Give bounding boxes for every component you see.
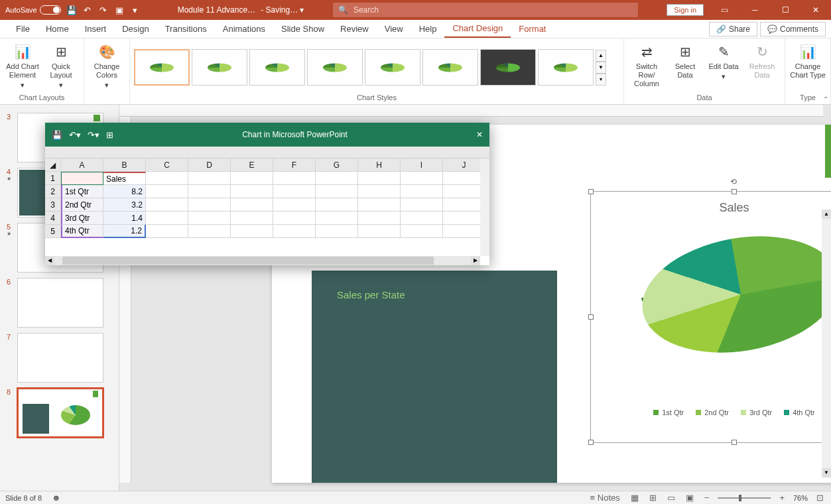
notes-button[interactable]: ≡ Notes — [588, 493, 622, 503]
resize-handle[interactable] — [588, 440, 594, 445]
ribbon-display-icon[interactable]: ▭ — [709, 0, 739, 20]
minimize-button[interactable]: ─ — [739, 0, 770, 20]
row-header[interactable]: 1 — [45, 172, 61, 185]
tab-home[interactable]: Home — [38, 20, 77, 38]
thumb-slide-8[interactable] — [17, 388, 103, 438]
chart-style-1[interactable] — [134, 49, 190, 86]
col-header[interactable]: D — [188, 158, 231, 172]
chart-style-7[interactable] — [480, 49, 536, 86]
pie-chart[interactable] — [615, 228, 831, 387]
cell-b4[interactable]: 1.4 — [103, 212, 146, 225]
dw-save-icon[interactable]: 💾 — [52, 130, 62, 140]
zoom-level[interactable]: 76% — [793, 494, 808, 502]
row-header[interactable]: 2 — [45, 185, 61, 198]
tab-help[interactable]: Help — [411, 20, 445, 38]
select-data-button[interactable]: ⊞ Select Data — [667, 41, 704, 80]
cell-a1[interactable] — [61, 172, 103, 185]
save-icon[interactable]: 💾 — [66, 5, 77, 15]
quick-layout-button[interactable]: ⊞ Quick Layout▾ — [42, 41, 80, 90]
qat-dropdown-icon[interactable]: ▾ — [130, 5, 141, 15]
close-button[interactable]: ✕ — [800, 0, 831, 20]
rotate-handle-icon[interactable]: ⟲ — [730, 177, 737, 186]
col-header[interactable]: H — [358, 158, 401, 172]
row-header[interactable]: 3 — [45, 198, 61, 212]
chart-legend[interactable]: 1st Qtr 2nd Qtr 3rd Qtr 4th Qtr — [591, 409, 831, 416]
col-header[interactable]: C — [146, 158, 188, 172]
switch-row-column-button[interactable]: ⇄ Switch Row/ Column — [628, 41, 665, 89]
scroll-down-icon[interactable]: ▼ — [822, 468, 831, 477]
styles-scroll-down[interactable]: ▼ — [596, 62, 606, 74]
row-header[interactable]: 5 — [45, 225, 61, 238]
col-header[interactable]: F — [273, 158, 316, 172]
dw-undo-icon[interactable]: ↶▾ — [69, 130, 81, 140]
data-window-close-button[interactable]: ✕ — [476, 130, 483, 139]
cell-a2[interactable]: 1st Qtr — [61, 185, 103, 198]
refresh-data-button[interactable]: ↻ Refresh Data — [743, 41, 781, 80]
cell-b1[interactable]: Sales — [103, 172, 146, 185]
col-header[interactable]: G — [316, 158, 358, 172]
chart-style-8[interactable] — [538, 49, 594, 86]
slide-counter[interactable]: Slide 8 of 8 — [5, 494, 42, 502]
select-all-cell[interactable]: ◢ — [45, 158, 61, 172]
cell-b5[interactable]: 1.2 — [103, 225, 146, 238]
tab-transitions[interactable]: Transitions — [157, 20, 215, 38]
resize-handle[interactable] — [732, 440, 737, 445]
chart-style-3[interactable] — [249, 49, 305, 86]
zoom-out-button[interactable]: − — [702, 493, 712, 503]
dw-sheet-icon[interactable]: ⊞ — [106, 130, 113, 140]
row-header[interactable]: 4 — [45, 212, 61, 225]
accessibility-icon[interactable]: ☻ — [50, 493, 63, 503]
zoom-in-button[interactable]: + — [777, 493, 787, 503]
tab-file[interactable]: File — [8, 20, 38, 38]
resize-handle[interactable] — [732, 189, 737, 194]
autosave-toggle[interactable]: AutoSave — [5, 5, 61, 15]
tab-chart-design[interactable]: Chart Design — [444, 20, 511, 38]
chart-object[interactable]: ⟲ Sales 1st Qtr 2nd Qtr — [590, 191, 831, 443]
col-header[interactable]: I — [401, 158, 443, 172]
scroll-up-icon[interactable]: ▲ — [822, 210, 831, 219]
col-header[interactable]: A — [61, 158, 103, 172]
add-chart-element-button[interactable]: 📊 Add Chart Element▾ — [4, 41, 41, 90]
chart-style-4[interactable] — [307, 49, 363, 86]
chart-data-window[interactable]: 💾 ↶▾ ↷▾ ⊞ Chart in Microsoft PowerPoint … — [45, 123, 489, 265]
resize-handle[interactable] — [588, 314, 594, 320]
normal-view-icon[interactable]: ▦ — [629, 493, 641, 503]
text-placeholder[interactable]: Sales per State — [312, 271, 557, 483]
tab-insert[interactable]: Insert — [77, 20, 115, 38]
slideshow-view-icon[interactable]: ▣ — [684, 493, 696, 503]
zoom-slider[interactable] — [718, 497, 771, 499]
change-colors-button[interactable]: 🎨 Change Colors▾ — [88, 41, 125, 90]
tab-format[interactable]: Format — [511, 20, 554, 38]
tab-slideshow[interactable]: Slide Show — [273, 20, 332, 38]
dw-scrollbar-v[interactable] — [480, 158, 489, 256]
resize-handle[interactable] — [588, 189, 594, 194]
thumb-slide-6[interactable] — [17, 278, 103, 328]
cell-a4[interactable]: 3rd Qtr — [61, 212, 103, 225]
col-header[interactable]: J — [443, 158, 485, 172]
comments-button[interactable]: 💬Comments — [760, 22, 826, 36]
cell-b2[interactable]: 8.2 — [103, 185, 146, 198]
reading-view-icon[interactable]: ▭ — [665, 493, 677, 503]
undo-icon[interactable]: ↶ — [82, 5, 93, 15]
tab-animations[interactable]: Animations — [215, 20, 273, 38]
cell-a3[interactable]: 2nd Qtr — [61, 198, 103, 212]
change-chart-type-button[interactable]: 📊 Change Chart Type — [789, 41, 826, 80]
cell-b3[interactable]: 3.2 — [103, 198, 146, 212]
tab-design[interactable]: Design — [114, 20, 157, 38]
chart-style-5[interactable] — [365, 49, 420, 86]
slide-sorter-icon[interactable]: ⊞ — [647, 493, 659, 503]
chart-style-2[interactable] — [192, 49, 247, 86]
vertical-scrollbar[interactable]: ▲ ▼ — [822, 210, 831, 477]
chart-style-6[interactable] — [422, 49, 478, 86]
slideshow-icon[interactable]: ▣ — [114, 5, 125, 15]
signin-button[interactable]: Sign in — [667, 4, 704, 16]
thumb-slide-7[interactable] — [17, 333, 103, 383]
search-input[interactable]: 🔍 Search — [333, 3, 638, 17]
tab-review[interactable]: Review — [332, 20, 377, 38]
tab-view[interactable]: View — [377, 20, 411, 38]
dw-redo-icon[interactable]: ↷▾ — [88, 130, 99, 140]
chart-title[interactable]: Sales — [591, 192, 831, 215]
share-button[interactable]: 🔗Share — [709, 22, 757, 36]
styles-more[interactable]: ▾ — [596, 74, 606, 86]
redo-icon[interactable]: ↷ — [98, 5, 109, 15]
